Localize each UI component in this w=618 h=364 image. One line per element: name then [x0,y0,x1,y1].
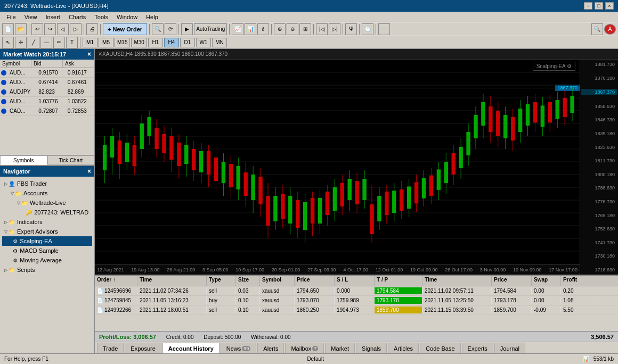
candle-btn[interactable]: 🕯 [257,23,269,35]
expand-scripts: ▷ [4,268,7,272]
scroll-left-btn[interactable]: |◁ [316,23,328,35]
tab-signals[interactable]: Signals [356,343,387,353]
back-btn[interactable]: ◁ [57,23,69,35]
zoom-out-btn[interactable]: ⊖ [287,23,298,35]
nav-expert-advisors[interactable]: ▽ 📁 Expert Advisors [2,227,92,236]
nav-accounts[interactable]: ▽ 📁 Accounts [2,188,92,198]
tf-m1[interactable]: M1 [83,38,97,47]
menu-file[interactable]: File [2,13,20,21]
mw-row-4[interactable]: AUD... 1.03776 1.03822 [0,97,94,106]
nav-weltrade[interactable]: ▽ 📁 Weltrade-Live [2,198,92,208]
tab-trade[interactable]: Trade [97,343,124,353]
tf-m15[interactable]: M15 [115,38,130,47]
nav-fbs-trader[interactable]: ▷ 👤 FBS Trader [2,179,92,188]
autotrading-icon[interactable]: ▶ [181,23,193,35]
tab-account-history[interactable]: Account History [162,343,219,353]
navigator-close[interactable]: × [87,168,91,175]
line-draw-btn[interactable]: ╱ [28,37,39,48]
bar-btn[interactable]: 📊 [245,23,256,35]
order-size-3: 0.10 [236,307,260,313]
menu-view[interactable]: View [20,13,42,21]
tab-articles[interactable]: Articles [388,343,419,353]
mw-row-5[interactable]: CAD... 0.72807 0.72853 [0,106,94,116]
order-row-3[interactable]: 📄124992266 2021.11.12 18:00:51 sell 0.10… [95,305,618,315]
tab-tick-chart[interactable]: Tick Chart [47,155,95,165]
svg-rect-126 [511,117,515,140]
menu-help[interactable]: Help [142,13,162,21]
open-btn[interactable]: 📂 [15,23,27,35]
clock-btn[interactable]: 🕐 [362,23,373,35]
maximize-btn[interactable]: □ [595,2,603,10]
price-7: 1811.730 [581,158,617,163]
minimize-btn[interactable]: − [584,2,592,10]
autotrading-btn[interactable]: AutoTrading [194,23,227,35]
line-btn[interactable]: 📈 [232,23,243,35]
nav-account-id[interactable]: 🔑 2077243: WELTRAD [2,208,92,217]
tab-exposure[interactable]: Exposure [125,343,161,353]
search-btn[interactable]: 🔍 [152,23,164,35]
tab-journal[interactable]: Journal [494,343,525,353]
menu-charts[interactable]: Charts [64,13,90,21]
tab-market[interactable]: Market [325,343,355,353]
scroll-right-btn[interactable]: ▷| [329,23,340,35]
print-btn[interactable]: 🖨 [86,23,98,35]
nav-macd[interactable]: ⚙ MACD Sample [2,246,92,255]
tab-news[interactable]: News99 [221,343,257,353]
nav-scalping-ea[interactable]: ⚙ Scalping-EA [2,236,92,246]
menu-tools[interactable]: Tools [90,13,112,21]
account-btn[interactable]: A [604,24,616,35]
mw-row-3[interactable]: AUDJPY 82.823 82.869 [0,87,94,97]
refresh-btn[interactable]: ⟳ [165,23,176,35]
mw-row-2[interactable]: AUD... 0.67414 0.67461 [0,78,94,87]
menu-window[interactable]: Window [112,13,142,21]
price-11: 1765.180 [581,213,617,218]
date-axis: 12 Aug 2021 19 Aug 13:00 26 Aug 21:00 3 … [95,264,580,275]
pencil-btn[interactable]: ✏ [53,37,65,48]
order-row-2[interactable]: 📄124759845 2021.11.05 13:16:23 buy 0.10 … [95,296,618,305]
market-watch-body: AUD... 0.91570 0.91617 AUD... 0.67414 0.… [0,68,94,155]
order-row-1[interactable]: 📄124596696 2021.11.02 07:34:26 sell 0.03… [95,286,618,296]
crosshair-btn[interactable]: ✛ [15,37,27,48]
hline-btn[interactable]: — [40,37,52,48]
svg-rect-110 [452,153,456,175]
search-global-btn[interactable]: 🔍 [591,23,603,35]
tab-alerts[interactable]: Alerts [257,343,284,353]
svg-rect-42 [199,151,203,172]
tab-mailbox[interactable]: Mailbox7 [285,343,324,353]
indicators-btn[interactable]: Ψ [345,23,357,35]
market-watch-close[interactable]: × [87,51,91,58]
profit-loss-area: Profit/Loss: 3,006.57 Credit: 0.00 Depos… [99,334,291,340]
tab-code-base[interactable]: Code Base [420,343,460,353]
chart-close-btn[interactable]: ✕ [98,51,102,57]
gear-icon-ma: ⚙ [13,258,18,263]
tf-m30[interactable]: M30 [131,38,147,47]
nav-scripts[interactable]: ▷ 📁 Scripts [2,265,92,275]
tf-m5[interactable]: M5 [99,38,113,47]
menu-insert[interactable]: Insert [41,13,64,21]
tf-mn[interactable]: MN [212,38,227,47]
col-symbol: Symbol [0,60,31,68]
new-chart-btn[interactable]: 📄 [2,23,14,35]
nav-moving-avg[interactable]: ⚙ Moving Average [2,255,92,265]
forward-btn[interactable]: ▷ [70,23,82,35]
options-btn[interactable]: ⋯ [378,23,390,35]
tf-d1[interactable]: D1 [180,38,195,47]
tab-experts[interactable]: Experts [462,343,493,353]
fit-btn[interactable]: ⊞ [299,23,311,35]
text-btn[interactable]: T [66,37,78,48]
mw-row-1[interactable]: AUD... 0.91570 0.91617 [0,68,94,78]
bottom-panel: Order ↑ Time Type Size Symbol Price S / … [95,275,618,353]
tf-h1[interactable]: H1 [148,38,163,47]
new-order-btn[interactable]: + New Order [103,23,147,35]
tf-w1[interactable]: W1 [196,38,211,47]
nav-indicators[interactable]: ▷ 📁 Indicators [2,217,92,227]
mw-ask-3: 82.869 [66,88,94,95]
close-btn[interactable]: × [605,2,614,10]
redo-btn[interactable]: ↪ [44,23,56,35]
tf-h4[interactable]: H4 [164,38,179,47]
undo-btn[interactable]: ↩ [31,23,43,35]
zoom-in-btn[interactable]: ⊕ [274,23,286,35]
tab-symbols[interactable]: Symbols [0,155,47,165]
price-13: 1741.730 [581,240,617,245]
cursor-btn[interactable]: ↖ [2,37,14,48]
